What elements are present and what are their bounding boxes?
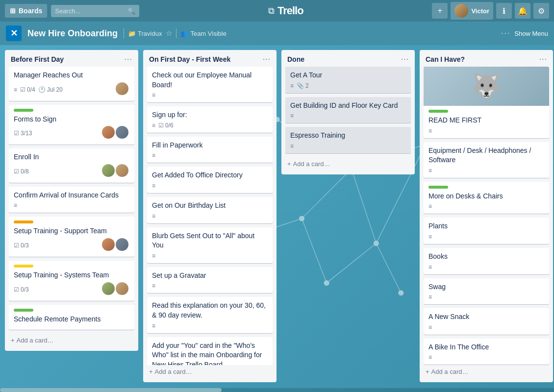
notifications-button[interactable]: 🔔: [515, 3, 530, 19]
card[interactable]: A Bike In The Office≡: [424, 339, 549, 365]
list-menu-button[interactable]: ···: [539, 55, 547, 64]
card-title: Setup Training - Support Team: [14, 226, 129, 236]
trello-icon: ⧉: [268, 6, 275, 16]
card-meta: ≡📎 2: [290, 82, 406, 89]
card-checklist: ☑ 0/3: [14, 242, 29, 249]
card[interactable]: A New Snack≡: [424, 308, 549, 335]
card[interactable]: Forms to Sign☑ 3/13: [9, 105, 134, 145]
card-checklist: ☑ 0/3: [14, 286, 29, 293]
avatar: [102, 164, 115, 177]
card[interactable]: Enroll In☑ 0/8: [9, 148, 134, 183]
add-card-button-can-i-have[interactable]: + Add a card…: [422, 365, 551, 378]
card-title: Fill in Paperwork: [152, 141, 268, 150]
card[interactable]: Confirm Arrival of Insurance Cards≡: [9, 187, 134, 213]
card-title: Get A Tour: [290, 71, 406, 80]
card-label: [14, 220, 33, 223]
check-icon: ☑: [14, 286, 19, 293]
board-logo-icon: ✕: [10, 28, 18, 39]
card[interactable]: Get Added To Office Directory≡: [147, 167, 273, 193]
card[interactable]: Read this explanation on your 30, 60, & …: [147, 297, 273, 333]
more-options-icon[interactable]: ···: [501, 29, 510, 38]
card-description-icon: ≡: [152, 252, 155, 259]
card[interactable]: Setup Training - Support Team☑ 0/3: [9, 217, 134, 257]
card[interactable]: Get A Tour≡📎 2: [285, 67, 411, 93]
card-description-icon: ≡: [152, 122, 155, 129]
cards-before-first-day: Manager Reaches Out≡☑ 0/4🕐 Jul 20Forms t…: [5, 67, 138, 334]
avatar: [102, 126, 115, 139]
lists-container: Before First Day ··· Manager Reaches Out…: [0, 45, 554, 392]
card[interactable]: Blurb Gets Sent Out to "All" about You≡: [147, 227, 273, 263]
card-label: [14, 309, 33, 312]
list-menu-button[interactable]: ···: [125, 55, 132, 64]
card[interactable]: Plants≡: [424, 218, 549, 244]
card[interactable]: Add your "You" card in the "Who's Who" l…: [147, 337, 273, 365]
add-card-button-done[interactable]: + Add a card…: [283, 157, 413, 171]
card-meta: ≡: [428, 167, 544, 174]
card-title: Read this explanation on your 30, 60, & …: [152, 301, 268, 320]
card-title: Forms to Sign: [14, 115, 129, 124]
boards-button[interactable]: ⊞ Boards: [5, 4, 47, 18]
card[interactable]: More on Desks & Chairs≡: [424, 182, 549, 214]
card-description-icon: ≡: [152, 182, 155, 189]
card-description-icon: ≡: [428, 233, 432, 240]
card[interactable]: Equipment / Desk / Headphones / Software…: [424, 142, 549, 178]
visibility-label[interactable]: 👥 Team Visible: [180, 30, 226, 37]
card[interactable]: Fill in Paperwork≡: [147, 137, 273, 163]
card-label: [14, 265, 33, 268]
card-meta: ≡: [428, 127, 544, 134]
card-meta: ☑ 0/3: [14, 238, 129, 253]
check-icon: ☑: [14, 130, 19, 137]
card[interactable]: Sign up for:≡☑ 0/6: [147, 106, 273, 133]
search-input[interactable]: [51, 5, 139, 17]
card-meta: ≡☑ 0/4🕐 Jul 20: [14, 82, 129, 97]
avatar: [116, 282, 128, 295]
lines-icon: ≡: [428, 127, 432, 134]
card-title: Plants: [428, 221, 544, 231]
card[interactable]: 🐺 READ ME FIRST≡: [424, 67, 549, 138]
card-checklist: ☑ 0/8: [14, 168, 29, 175]
card-meta: ≡: [428, 203, 544, 210]
card-description-icon: ≡: [152, 282, 155, 289]
info-button[interactable]: ℹ: [496, 3, 512, 19]
lines-icon: ≡: [152, 92, 155, 98]
husky-icon: 🐺: [472, 73, 501, 100]
card-description-icon: ≡: [290, 112, 294, 119]
card[interactable]: Get on Our Birthday List≡: [147, 197, 273, 223]
list-menu-button[interactable]: ···: [401, 55, 409, 64]
add-button[interactable]: +: [432, 3, 448, 19]
card[interactable]: Espresso Training≡: [285, 127, 411, 153]
list-done: Done ··· Get A Tour≡📎 2Get Building ID a…: [281, 50, 415, 174]
add-card-button-on-first-day[interactable]: + Add a card…: [145, 365, 275, 378]
card[interactable]: Check out our Employee Manual Board!≡: [147, 67, 273, 102]
card-title: Set up a Gravatar: [152, 271, 268, 281]
card-title: Swag: [428, 282, 544, 292]
card[interactable]: Get Building ID and Floor Key Card≡: [285, 97, 411, 123]
card[interactable]: Books≡: [424, 248, 549, 274]
boards-label: Boards: [19, 7, 42, 15]
card-avatars: [116, 82, 129, 97]
avatar: [116, 126, 128, 139]
user-menu-button[interactable]: Victor: [451, 2, 493, 20]
board-header: ✕ New Hire Onboarding 📁 Travidux ☆ 👥 Tea…: [0, 22, 554, 45]
list-header-done: Done ···: [281, 50, 415, 67]
card[interactable]: Schedule Remote Payments: [9, 305, 134, 330]
settings-button[interactable]: ⚙: [533, 3, 549, 19]
add-card-button-before-first-day[interactable]: + Add a card…: [7, 334, 136, 347]
star-button[interactable]: ☆: [166, 29, 172, 38]
lines-icon: ≡: [428, 233, 432, 240]
card-description-icon: ≡: [428, 264, 432, 270]
card[interactable]: Setup Training - Systems Team☑ 0/3: [9, 261, 134, 301]
workspace-label[interactable]: 📁 Travidux: [128, 30, 162, 37]
card[interactable]: Swag≡: [424, 278, 549, 305]
list-menu-button[interactable]: ···: [263, 55, 271, 64]
show-menu-button[interactable]: Show Menu: [514, 30, 548, 37]
board-logo: ✕: [6, 25, 22, 41]
check-icon: ☑: [14, 242, 19, 249]
card-title: READ ME FIRST: [428, 116, 544, 125]
card-title: Check out our Employee Manual Board!: [152, 71, 268, 90]
card-meta: ≡: [152, 92, 268, 98]
list-title: On First Day - First Week: [149, 55, 230, 63]
card[interactable]: Manager Reaches Out≡☑ 0/4🕐 Jul 20: [9, 67, 134, 101]
card-title: Sign up for:: [152, 110, 268, 120]
card[interactable]: Set up a Gravatar≡: [147, 267, 273, 294]
